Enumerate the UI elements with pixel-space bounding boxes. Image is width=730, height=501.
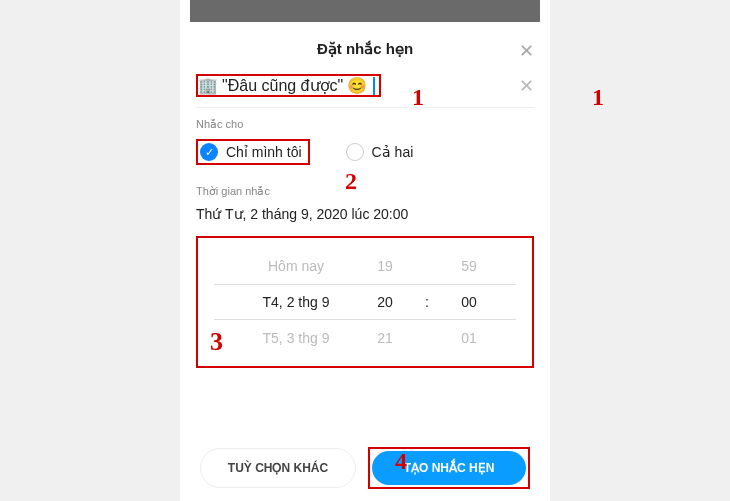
picker-row-prev[interactable]: Hôm nay 19 59 bbox=[214, 248, 516, 284]
remind-time-label: Thời gian nhắc bbox=[196, 185, 534, 198]
remind-for-section: Nhắc cho ✓ Chỉ mình tôi Cả hai bbox=[180, 108, 550, 175]
smile-icon: 😊 bbox=[347, 76, 367, 95]
picker-min: 01 bbox=[454, 330, 484, 346]
picker-row-selected[interactable]: T4, 2 thg 9 20 : 00 bbox=[214, 284, 516, 320]
primary-button-highlight: TẠO NHẮC HẸN bbox=[368, 447, 530, 489]
radio-both-label: Cả hai bbox=[372, 144, 414, 160]
annotation-3: 3 bbox=[210, 327, 223, 357]
picker-hour: 19 bbox=[370, 258, 400, 274]
picker-min: 00 bbox=[454, 294, 484, 310]
picker-date: T4, 2 thg 9 bbox=[246, 294, 346, 310]
close-icon[interactable]: ✕ bbox=[519, 40, 534, 62]
clear-title-icon[interactable]: ✕ bbox=[519, 75, 534, 97]
modal-footer: TUỲ CHỌN KHÁC TẠO NHẮC HẸN bbox=[180, 435, 550, 501]
text-cursor bbox=[373, 77, 375, 95]
modal-title: Đặt nhắc hẹn bbox=[317, 40, 413, 58]
datetime-picker[interactable]: Hôm nay 19 59 T4, 2 thg 9 20 : 00 T5, 3 … bbox=[196, 236, 534, 368]
reminder-title-text: "Đâu cũng được" bbox=[222, 76, 343, 95]
radio-both[interactable]: Cả hai bbox=[346, 143, 414, 161]
reminder-modal: Đặt nhắc hẹn ✕ 🏢 "Đâu cũng được" 😊 ✕ Nhắ… bbox=[180, 26, 550, 501]
picker-hour: 21 bbox=[370, 330, 400, 346]
remind-time-value: Thứ Tư, 2 tháng 9, 2020 lúc 20:00 bbox=[196, 206, 534, 222]
reminder-title-row: 🏢 "Đâu cũng được" 😊 ✕ bbox=[180, 68, 550, 107]
annotation-1: 1 bbox=[592, 84, 604, 111]
remind-time-section: Thời gian nhắc Thứ Tư, 2 tháng 9, 2020 l… bbox=[180, 175, 550, 226]
picker-row-next[interactable]: T5, 3 thg 9 21 01 bbox=[214, 320, 516, 356]
reminder-title-input[interactable]: 🏢 "Đâu cũng được" 😊 bbox=[196, 74, 381, 97]
picker-hour: 20 bbox=[370, 294, 400, 310]
radio-only-me[interactable]: ✓ Chỉ mình tôi bbox=[196, 139, 310, 165]
picker-colon: : bbox=[424, 294, 430, 310]
remind-for-options: ✓ Chỉ mình tôi Cả hai bbox=[196, 139, 534, 165]
check-icon: ✓ bbox=[200, 143, 218, 161]
more-options-button[interactable]: TUỲ CHỌN KHÁC bbox=[200, 448, 356, 488]
radio-only-me-label: Chỉ mình tôi bbox=[226, 144, 302, 160]
picker-date: Hôm nay bbox=[246, 258, 346, 274]
modal-header: Đặt nhắc hẹn ✕ bbox=[180, 26, 550, 68]
picker-date: T5, 3 thg 9 bbox=[246, 330, 346, 346]
annotation-2: 2 bbox=[345, 168, 357, 195]
building-icon: 🏢 bbox=[198, 76, 218, 95]
remind-for-label: Nhắc cho bbox=[196, 118, 534, 131]
annotation-1: 1 bbox=[412, 84, 424, 111]
reminder-modal-screen: Đặt nhắc hẹn ✕ 🏢 "Đâu cũng được" 😊 ✕ Nhắ… bbox=[180, 0, 550, 501]
picker-min: 59 bbox=[454, 258, 484, 274]
status-bar bbox=[190, 0, 540, 22]
annotation-4: 4 bbox=[395, 448, 407, 475]
radio-empty-icon bbox=[346, 143, 364, 161]
